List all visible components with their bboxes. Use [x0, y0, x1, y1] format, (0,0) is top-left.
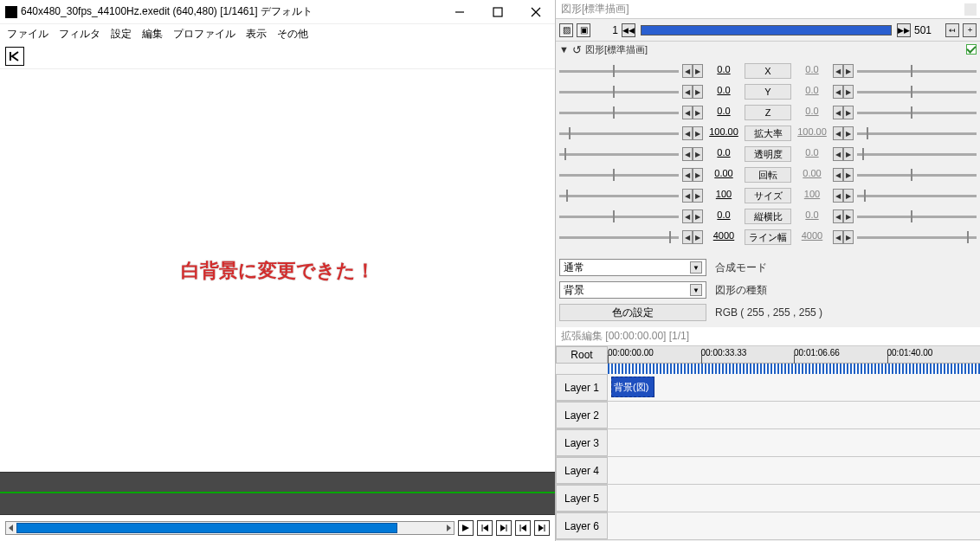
nudge-left-icon[interactable]	[682, 64, 693, 78]
prop-slider-left[interactable]	[559, 208, 679, 225]
prop-label-button[interactable]: Y	[745, 84, 791, 100]
layer-label[interactable]: Layer 6	[556, 512, 608, 539]
close-button[interactable]	[517, 0, 555, 24]
prop-value-right[interactable]: 0.0	[795, 209, 829, 223]
menu-view[interactable]: 表示	[246, 27, 267, 42]
nudge-left-icon[interactable]	[833, 230, 843, 244]
nudge-right-icon[interactable]	[843, 126, 854, 140]
prop-value-left[interactable]: 0.0	[706, 85, 741, 99]
nudge-left-icon[interactable]	[682, 209, 693, 223]
prop-label-button[interactable]: 拡大率	[745, 126, 791, 141]
prop-slider-right[interactable]	[857, 62, 977, 80]
layer-track[interactable]	[608, 457, 980, 484]
nudge-right-icon[interactable]	[693, 106, 703, 119]
layer-label[interactable]: Layer 1	[556, 374, 608, 401]
prop-value-right[interactable]: 4000	[795, 230, 829, 244]
nudge-right-icon[interactable]	[843, 147, 854, 161]
prop-slider-left[interactable]	[559, 125, 679, 142]
prop-slider-left[interactable]	[559, 83, 679, 100]
nudge-left-icon[interactable]	[833, 64, 843, 78]
maximize-button[interactable]	[479, 0, 517, 24]
prop-value-right[interactable]: 100	[795, 189, 829, 203]
nudge-left-icon[interactable]	[833, 168, 843, 182]
mark-in-icon[interactable]: ▨	[559, 23, 573, 37]
layer-label[interactable]: Layer 3	[556, 429, 608, 456]
mark-out-icon[interactable]: ▣	[577, 23, 590, 37]
color-settings-button[interactable]: 色の設定	[559, 304, 706, 321]
nudge-right-icon[interactable]	[693, 189, 703, 203]
nudge-right-icon[interactable]	[843, 168, 854, 182]
nudge-left-icon[interactable]	[833, 209, 843, 223]
nudge-right-icon[interactable]	[843, 106, 854, 119]
nudge-left-icon[interactable]	[682, 126, 693, 140]
object-enabled-checkbox[interactable]	[966, 44, 977, 55]
prop-label-button[interactable]: 回転	[745, 167, 791, 183]
seek-scrollbar[interactable]	[5, 521, 455, 535]
nudge-left-icon[interactable]	[833, 85, 843, 99]
nudge-left-icon[interactable]	[682, 85, 693, 99]
nudge-left-icon[interactable]	[833, 126, 843, 140]
prop-slider-right[interactable]	[857, 208, 977, 225]
nudge-left-icon[interactable]	[682, 189, 693, 203]
prop-slider-right[interactable]	[857, 145, 977, 163]
nudge-right-icon[interactable]	[693, 230, 703, 244]
nudge-right-icon[interactable]	[693, 168, 703, 182]
nudge-right-icon[interactable]	[843, 189, 854, 203]
nudge-left-icon[interactable]	[682, 168, 693, 182]
prop-slider-right[interactable]	[857, 104, 977, 121]
prop-slider-left[interactable]	[559, 166, 679, 184]
play-button[interactable]	[458, 520, 474, 536]
prop-value-left[interactable]: 4000	[706, 230, 741, 244]
root-button[interactable]: Root	[556, 346, 608, 364]
nudge-right-icon[interactable]	[843, 64, 854, 78]
prop-slider-right[interactable]	[857, 83, 977, 100]
minimize-button[interactable]	[441, 0, 479, 24]
prop-value-left[interactable]: 100	[706, 189, 741, 203]
go-first-button[interactable]	[515, 520, 531, 536]
menu-filter[interactable]: フィルタ	[59, 27, 100, 42]
layer-track[interactable]	[608, 485, 980, 512]
prop-label-button[interactable]: Z	[745, 105, 791, 120]
prop-value-left[interactable]: 0.0	[706, 106, 741, 119]
prop-label-button[interactable]: 透明度	[745, 146, 791, 162]
nudge-right-icon[interactable]	[693, 64, 703, 78]
menu-edit[interactable]: 編集	[142, 27, 163, 42]
timeline-clip[interactable]: 背景(図)	[611, 377, 654, 397]
prop-label-button[interactable]: サイズ	[745, 188, 791, 203]
nudge-right-icon[interactable]	[843, 230, 854, 244]
step-back-button[interactable]	[477, 520, 493, 536]
add-key-icon[interactable]: ＋	[963, 23, 977, 37]
prop-value-right[interactable]: 0.00	[795, 168, 829, 182]
go-start-icon[interactable]	[5, 47, 24, 66]
frame-prev-button[interactable]: ◀◀	[622, 23, 635, 37]
shape-type-select[interactable]: 背景▼	[559, 281, 706, 299]
layer-label[interactable]: Layer 2	[556, 402, 608, 428]
frame-slider[interactable]	[641, 25, 892, 35]
prop-value-right[interactable]: 0.0	[795, 106, 829, 119]
prop-value-left[interactable]: 0.0	[706, 64, 741, 78]
frame-next-button[interactable]: ▶▶	[897, 23, 911, 37]
layer-track[interactable]	[608, 429, 980, 456]
nudge-right-icon[interactable]	[843, 209, 854, 223]
layer-track[interactable]	[608, 402, 980, 428]
menu-other[interactable]: その他	[277, 27, 308, 42]
menu-profile[interactable]: プロファイル	[173, 27, 235, 42]
layer-track[interactable]	[608, 512, 980, 539]
nudge-left-icon[interactable]	[833, 189, 843, 203]
prop-slider-right[interactable]	[857, 187, 977, 204]
prop-value-left[interactable]: 100.00	[706, 126, 741, 140]
menu-file[interactable]: ファイル	[7, 27, 48, 42]
nudge-left-icon[interactable]	[833, 106, 843, 119]
prop-value-right[interactable]: 0.0	[795, 85, 829, 99]
go-frame-start-icon[interactable]: ↤	[945, 23, 959, 37]
prop-slider-left[interactable]	[559, 145, 679, 163]
timeline-ruler[interactable]: 00:00:00.0000:00:33.3300:01:06.6600:01:4…	[608, 346, 980, 364]
prop-slider-right[interactable]	[857, 229, 977, 246]
prop-slider-left[interactable]	[559, 62, 679, 80]
prop-value-right[interactable]: 0.0	[795, 64, 829, 78]
nudge-right-icon[interactable]	[693, 126, 703, 140]
nudge-left-icon[interactable]	[682, 230, 693, 244]
prop-slider-right[interactable]	[857, 166, 977, 184]
prop-value-right[interactable]: 100.00	[795, 126, 829, 140]
nudge-right-icon[interactable]	[693, 209, 703, 223]
